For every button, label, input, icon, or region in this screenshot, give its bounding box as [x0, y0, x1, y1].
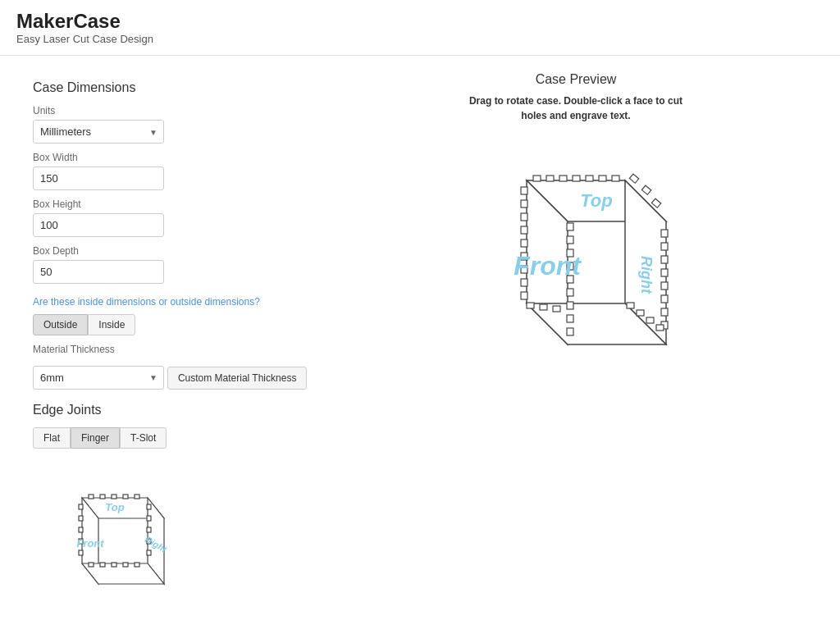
svg-rect-4 [89, 495, 94, 499]
svg-rect-43 [521, 292, 527, 299]
large-box-preview[interactable]: Top Front Right [445, 139, 707, 388]
app-subtitle: Easy Laser Cut Case Design [16, 33, 824, 45]
box-width-input[interactable] [33, 166, 164, 190]
preview-panel: Case Preview Drag to rotate case. Double… [328, 72, 824, 640]
svg-rect-28 [533, 176, 541, 181]
svg-rect-33 [599, 176, 606, 181]
svg-rect-21 [147, 527, 151, 532]
svg-rect-63 [661, 282, 668, 290]
app-title: MakerCase [16, 10, 824, 33]
box-height-label: Box Height [33, 198, 328, 210]
front-face-label: Front [514, 251, 582, 280]
material-thickness-label: Material Thickness [33, 344, 328, 355]
inside-outside-group: Outside Inside [33, 314, 328, 335]
large-box-svg: Top Front Right [445, 139, 707, 385]
svg-rect-56 [629, 174, 638, 183]
svg-rect-19 [147, 504, 151, 509]
svg-rect-6 [112, 495, 116, 499]
box-depth-input[interactable] [33, 260, 164, 284]
top-face-label: Top [580, 190, 613, 211]
svg-rect-20 [147, 516, 151, 521]
svg-rect-68 [637, 310, 644, 316]
small-front-label: Front [76, 537, 104, 550]
svg-rect-53 [527, 303, 534, 308]
small-top-label: Top [105, 501, 124, 513]
svg-rect-35 [521, 187, 527, 194]
edge-joints-title: Edge Joints [33, 403, 328, 417]
svg-rect-59 [661, 230, 668, 237]
preview-instruction: Drag to rotate case. Double-click a face… [461, 93, 691, 123]
svg-rect-44 [567, 223, 573, 230]
svg-rect-15 [100, 563, 105, 567]
svg-rect-64 [661, 295, 668, 303]
box-height-input[interactable] [33, 213, 164, 237]
svg-rect-23 [147, 550, 151, 555]
svg-rect-38 [521, 226, 527, 234]
svg-rect-32 [586, 176, 593, 181]
svg-rect-11 [79, 527, 83, 532]
units-label: Units [33, 105, 328, 116]
svg-rect-16 [112, 563, 116, 567]
edge-joints-section: Edge Joints Flat Finger T-Slot [33, 403, 328, 449]
small-box-svg: Top Front Right [33, 473, 197, 637]
header: MakerCase Easy Laser Cut Case Design [0, 0, 840, 56]
svg-rect-30 [559, 176, 567, 181]
svg-rect-37 [521, 213, 527, 221]
tslot-joint-button[interactable]: T-Slot [120, 427, 167, 449]
svg-rect-8 [135, 495, 139, 499]
svg-rect-62 [661, 269, 668, 276]
svg-rect-10 [79, 516, 83, 521]
dimension-question: Are these inside dimensions or outside d… [33, 295, 328, 309]
finger-joint-button[interactable]: Finger [71, 427, 120, 449]
svg-rect-65 [661, 308, 668, 316]
case-dimensions-section: Case Dimensions Units Millimeters Inches… [33, 80, 328, 640]
small-box-preview: Top Front Right [33, 473, 328, 640]
svg-rect-55 [553, 306, 560, 312]
outside-button[interactable]: Outside [33, 314, 88, 335]
custom-thickness-button[interactable]: Custom Material Thickness [167, 367, 308, 390]
svg-rect-60 [661, 243, 668, 250]
svg-rect-61 [661, 256, 668, 263]
preview-title: Case Preview [536, 72, 617, 87]
svg-rect-54 [540, 304, 547, 310]
box-width-label: Box Width [33, 152, 328, 163]
svg-rect-31 [573, 176, 580, 181]
svg-rect-18 [135, 563, 139, 567]
svg-rect-36 [521, 200, 527, 207]
flat-joint-button[interactable]: Flat [33, 427, 71, 449]
material-thickness-select[interactable]: 3mm 6mm 9mm 12mm [33, 366, 164, 390]
inside-button[interactable]: Inside [88, 314, 135, 335]
joint-button-group: Flat Finger T-Slot [33, 427, 328, 449]
svg-rect-14 [89, 563, 94, 567]
right-face-label: Right [638, 256, 655, 294]
svg-rect-69 [646, 317, 654, 323]
box-depth-label: Box Depth [33, 245, 328, 257]
units-select-wrapper: Millimeters Inches ▼ [33, 120, 164, 144]
svg-rect-34 [612, 176, 619, 181]
svg-rect-50 [567, 302, 573, 309]
svg-rect-39 [521, 239, 527, 247]
svg-rect-9 [79, 504, 83, 509]
svg-rect-58 [651, 198, 660, 207]
svg-rect-51 [567, 315, 573, 322]
svg-rect-67 [627, 303, 634, 308]
svg-rect-70 [656, 325, 664, 331]
svg-rect-49 [567, 289, 573, 296]
svg-rect-45 [567, 236, 573, 244]
svg-rect-57 [641, 185, 651, 194]
svg-rect-17 [123, 563, 128, 567]
material-thickness-select-wrapper: 3mm 6mm 9mm 12mm ▼ [33, 366, 164, 390]
units-select[interactable]: Millimeters Inches [33, 120, 164, 144]
svg-rect-13 [79, 550, 83, 555]
svg-rect-5 [100, 495, 105, 499]
svg-rect-7 [123, 495, 128, 499]
svg-rect-29 [546, 176, 554, 181]
main-content: Case Dimensions Units Millimeters Inches… [0, 56, 840, 643]
svg-rect-52 [567, 328, 573, 335]
case-dimensions-title: Case Dimensions [33, 80, 328, 95]
